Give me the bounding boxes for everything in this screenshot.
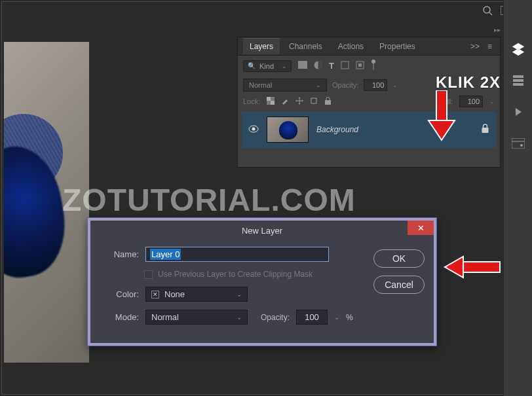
watermark: ZOTUTORIAL.COM (62, 182, 356, 218)
lock-all-icon[interactable] (324, 97, 332, 106)
svg-point-26 (252, 127, 256, 130)
mode-value: Normal (151, 312, 179, 322)
none-swatch-icon: ✕ (151, 291, 159, 298)
tab-properties[interactable]: Properties (373, 39, 422, 54)
dock-channels-icon[interactable] (510, 72, 527, 89)
svg-rect-23 (311, 98, 316, 103)
panel-menu-icon[interactable]: ≡ (485, 41, 495, 52)
dialog-title: New Layer (242, 226, 282, 236)
filter-type-icon[interactable]: T (329, 61, 334, 71)
svg-rect-15 (358, 63, 362, 67)
annotation-arrow-left (444, 254, 501, 280)
tab-channels[interactable]: Channels (282, 39, 329, 54)
panel-tabs: Layers Channels Actions Properties >> ≡ (238, 37, 500, 56)
visibility-eye-icon[interactable] (248, 125, 259, 135)
svg-rect-27 (482, 128, 489, 133)
layer-row-background[interactable]: Background (242, 111, 496, 148)
ok-label: OK (392, 253, 406, 264)
cancel-button[interactable]: Cancel (373, 276, 425, 294)
lock-brush-icon[interactable] (281, 97, 289, 106)
mode-dropdown[interactable]: Normal ⌄ (145, 310, 248, 325)
clipping-mask-checkbox (144, 270, 153, 279)
opacity-field[interactable]: 100 (364, 79, 387, 91)
chevron-down-icon[interactable]: ⌄ (392, 82, 398, 88)
dialog-titlebar[interactable]: New Layer ✕ (90, 221, 434, 240)
svg-rect-11 (298, 61, 307, 69)
lock-trans-icon[interactable] (267, 97, 275, 106)
filter-pixel-icon[interactable] (298, 61, 307, 71)
lock-label: Lock: (243, 98, 260, 105)
name-input-value: Layer 0 (150, 249, 181, 260)
close-button[interactable]: ✕ (408, 221, 434, 235)
opacity-input[interactable]: 100 (296, 310, 328, 325)
close-icon: ✕ (417, 223, 425, 233)
fill-label: Fill: (442, 98, 453, 105)
dock-layers-icon[interactable] (510, 41, 527, 58)
lock-artboard-icon[interactable] (310, 97, 318, 106)
chevron-down-icon: ⌄ (282, 63, 287, 69)
search-icon[interactable] (482, 5, 493, 16)
chevron-down-icon[interactable]: ⌄ (489, 98, 495, 105)
lock-icon[interactable] (481, 124, 489, 135)
svg-rect-5 (513, 79, 523, 82)
color-dropdown[interactable]: ✕ None ⌄ (145, 287, 248, 302)
ok-button[interactable]: OK (373, 249, 425, 268)
filter-adjust-icon[interactable] (314, 61, 322, 71)
chevron-down-icon: ⌄ (237, 314, 242, 321)
new-layer-dialog: New Layer ✕ Name: Layer 0 Use Previous L… (87, 217, 437, 346)
lock-move-icon[interactable] (295, 97, 303, 106)
blend-mode-dropdown[interactable]: Normal ⌄ (243, 79, 327, 92)
blend-mode-value: Normal (249, 81, 272, 89)
svg-point-10 (520, 144, 523, 147)
name-label: Name: (101, 249, 139, 259)
svg-rect-8 (512, 138, 525, 149)
dock-properties-icon[interactable] (510, 135, 527, 152)
chevron-down-icon[interactable]: ⌄ (334, 314, 339, 321)
layer-name[interactable]: Background (316, 125, 473, 134)
svg-rect-20 (271, 101, 275, 105)
fill-field[interactable]: 100 (459, 96, 483, 107)
opacity-label: Opacity: (332, 81, 358, 89)
svg-marker-31 (445, 257, 463, 278)
color-value: None (164, 289, 185, 299)
color-label: Color: (101, 289, 139, 299)
percent-label: % (346, 313, 353, 322)
svg-rect-19 (267, 97, 271, 101)
filter-smart-icon[interactable] (356, 61, 364, 71)
tab-actions[interactable]: Actions (332, 39, 370, 54)
svg-rect-24 (325, 100, 331, 105)
svg-point-17 (371, 60, 375, 63)
opacity-label: Opacity: (261, 313, 290, 322)
svg-point-0 (484, 7, 490, 13)
lock-row: Lock: Fill: 100 ⌄ (238, 94, 500, 111)
panel-collapse-icon[interactable]: ▸▸ (494, 26, 501, 33)
svg-rect-13 (341, 62, 349, 69)
chevron-down-icon: ⌄ (237, 291, 242, 298)
dock-actions-icon[interactable] (510, 103, 527, 120)
layers-panel: Layers Channels Actions Properties >> ≡ … (237, 37, 501, 168)
svg-rect-30 (463, 262, 500, 272)
svg-marker-7 (516, 108, 522, 116)
layer-thumbnail[interactable] (267, 117, 309, 143)
mode-label: Mode: (101, 312, 139, 322)
svg-line-1 (489, 12, 492, 15)
filter-shape-icon[interactable] (341, 61, 349, 71)
filter-icons: T (298, 60, 376, 72)
filter-toggle-icon[interactable] (371, 60, 376, 72)
svg-rect-6 (513, 83, 523, 86)
svg-rect-4 (513, 75, 523, 78)
filter-kind-dropdown[interactable]: Kind ⌄ (243, 60, 292, 72)
panel-expand-icon[interactable]: >> (468, 41, 482, 52)
name-input[interactable]: Layer 0 (145, 247, 329, 262)
cancel-label: Cancel (385, 279, 413, 290)
opacity-value: 100 (305, 312, 319, 322)
filter-kind-label: Kind (259, 62, 274, 70)
tab-layers[interactable]: Layers (243, 38, 280, 54)
annotation-klik2x: KLIK 2X (436, 73, 501, 92)
chevron-down-icon: ⌄ (316, 82, 321, 88)
right-dock (503, 0, 532, 396)
clipping-mask-label: Use Previous Layer to Create Clipping Ma… (158, 270, 313, 279)
